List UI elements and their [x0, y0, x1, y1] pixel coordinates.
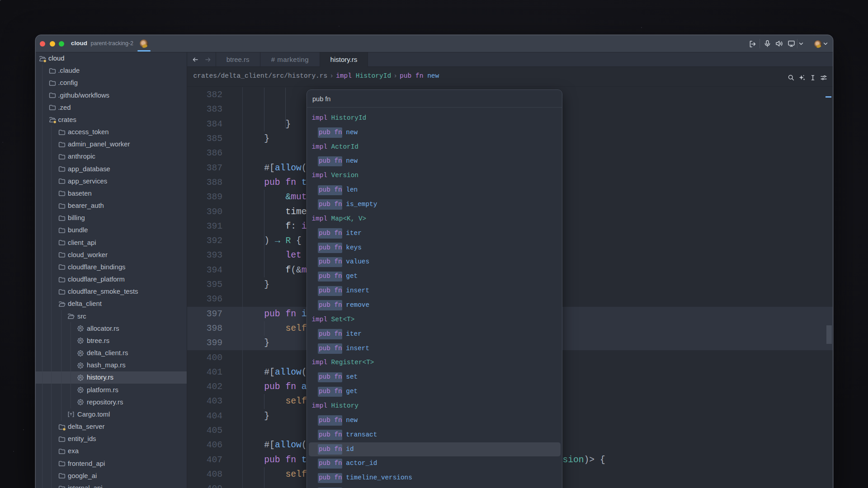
svg-text:R: R	[79, 339, 82, 343]
svg-text:R: R	[79, 400, 82, 405]
svg-text:R: R	[79, 363, 82, 368]
svg-text:R: R	[79, 326, 82, 331]
svg-text:R: R	[79, 351, 82, 356]
svg-text:R: R	[79, 375, 82, 380]
svg-text:R: R	[79, 388, 82, 392]
